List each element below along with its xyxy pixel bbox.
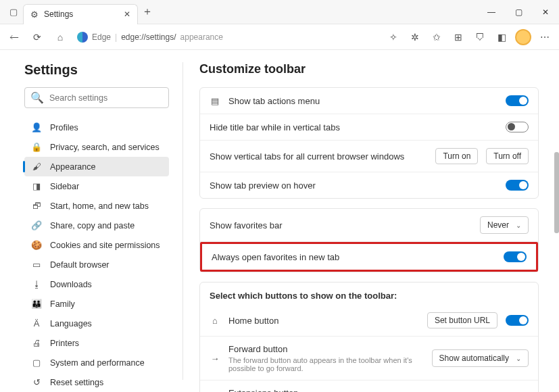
sidebar-item-label: Downloads bbox=[50, 280, 92, 289]
toggle-tab-preview[interactable] bbox=[506, 180, 529, 191]
window-controls: ― ▢ ✕ bbox=[478, 0, 559, 24]
address-path-sub: appearance bbox=[180, 32, 223, 42]
reset-icon: ↺ bbox=[31, 377, 42, 387]
sidebar-item-label: Profiles bbox=[50, 123, 78, 132]
tab-overview-icon[interactable]: ▢ bbox=[4, 3, 23, 22]
row-tab-preview: Show tab preview on hover bbox=[200, 172, 538, 198]
set-button-url-button[interactable]: Set button URL bbox=[427, 312, 497, 328]
select-value: Show automatically bbox=[439, 353, 509, 363]
title-bar: ▢ ⚙ Settings ✕ ＋ ― ▢ ✕ bbox=[0, 0, 559, 24]
search-icon: 🔍 bbox=[30, 91, 44, 104]
sidebar-item-system[interactable]: ▢System and performance bbox=[24, 353, 169, 372]
content-area: Settings 🔍 👤Profiles 🔒Privacy, search, a… bbox=[0, 50, 559, 392]
refresh-button[interactable]: ⟳ bbox=[27, 27, 47, 47]
address-path-main: edge://settings/ bbox=[121, 32, 176, 42]
search-input[interactable] bbox=[49, 93, 163, 103]
favorites-bar-select[interactable]: Never⌄ bbox=[480, 216, 529, 234]
collections-icon[interactable]: ⊞ bbox=[448, 27, 468, 47]
download-icon: ⭳ bbox=[31, 279, 42, 289]
toggle-favorites-new-tab[interactable] bbox=[504, 251, 527, 262]
tabs-icon: 🗗 bbox=[31, 201, 42, 211]
settings-sidebar: Settings 🔍 👤Profiles 🔒Privacy, search, a… bbox=[0, 50, 183, 392]
home-toolbar-button[interactable]: ⌂ bbox=[50, 27, 70, 47]
lock-icon: 🔒 bbox=[31, 142, 42, 152]
address-separator: | bbox=[115, 32, 117, 42]
sidebar-item-downloads[interactable]: ⭳Downloads bbox=[24, 274, 169, 294]
browser-icon: ▭ bbox=[31, 260, 42, 270]
row-vertical-tabs: Show vertical tabs for all current brows… bbox=[200, 141, 538, 172]
favorites-icon[interactable]: ✩ bbox=[427, 27, 447, 47]
row-label: Show vertical tabs for all current brows… bbox=[210, 151, 427, 162]
sidebar-item-family[interactable]: 👪Family bbox=[24, 294, 169, 314]
extensions-icon[interactable]: ✲ bbox=[405, 27, 425, 47]
sidebar-item-appearance[interactable]: 🖌Appearance bbox=[24, 157, 169, 176]
select-value: Never bbox=[487, 220, 509, 230]
settings-main: Customize toolbar ▤ Show tab actions men… bbox=[183, 50, 559, 392]
downloads-toolbar-icon[interactable]: ◧ bbox=[491, 27, 512, 47]
row-forward-button: → Forward button The forward button auto… bbox=[200, 337, 538, 381]
forward-select[interactable]: Show automatically⌄ bbox=[432, 349, 529, 367]
minimize-button[interactable]: ― bbox=[478, 0, 505, 24]
toolbar-buttons-card: Select which buttons to show on the tool… bbox=[199, 282, 539, 392]
profile-icon: 👤 bbox=[31, 122, 42, 132]
turn-off-button[interactable]: Turn off bbox=[486, 148, 529, 164]
profile-avatar[interactable] bbox=[513, 27, 533, 47]
maximize-button[interactable]: ▢ bbox=[505, 0, 532, 24]
row-extensions-button: ⊞ Extensions button The extensions butto… bbox=[200, 381, 538, 392]
sidebar-item-label: Reset settings bbox=[50, 378, 103, 387]
close-window-button[interactable]: ✕ bbox=[532, 0, 559, 24]
toggle-hide-title[interactable] bbox=[506, 122, 529, 132]
favorites-card: Show favorites bar Never⌄ Always open fa… bbox=[199, 208, 539, 272]
address-bar[interactable]: Edge | edge://settings/appearance bbox=[77, 32, 381, 43]
page-heading: Customize toolbar bbox=[199, 62, 539, 76]
sidebar-item-label: Family bbox=[50, 299, 75, 309]
sidebar-item-privacy[interactable]: 🔒Privacy, search, and services bbox=[24, 137, 169, 157]
system-icon: ▢ bbox=[31, 358, 42, 368]
row-label: Hide title bar while in vertical tabs bbox=[210, 122, 497, 132]
sidebar-item-label: Start, home, and new tabs bbox=[50, 201, 149, 211]
sidebar-title: Settings bbox=[24, 62, 169, 78]
tab-options-card: ▤ Show tab actions menu Hide title bar w… bbox=[199, 87, 539, 199]
sidebar-item-reset[interactable]: ↺Reset settings bbox=[24, 372, 169, 392]
sidebar-item-languages[interactable]: ÄLanguages bbox=[24, 314, 169, 333]
back-button[interactable]: 🡐 bbox=[4, 27, 24, 47]
sidebar-item-start[interactable]: 🗗Start, home, and new tabs bbox=[24, 196, 169, 216]
edge-logo-icon bbox=[77, 32, 88, 43]
row-label: Show tab actions menu bbox=[228, 96, 497, 106]
tab-strip: ▢ ⚙ Settings ✕ ＋ bbox=[0, 0, 157, 24]
row-home-button: ⌂ Home button Set button URL bbox=[200, 305, 538, 337]
home-icon: ⌂ bbox=[210, 316, 220, 326]
sidebar-item-label: Sidebar bbox=[50, 182, 79, 191]
address-product: Edge bbox=[92, 32, 111, 42]
sidebar-item-label: Privacy, search, and services bbox=[50, 143, 160, 152]
toggle-tab-actions[interactable] bbox=[506, 95, 529, 106]
row-label: Show tab preview on hover bbox=[210, 180, 497, 191]
sidebar-item-sidebar[interactable]: ◨Sidebar bbox=[24, 176, 169, 196]
new-tab-button[interactable]: ＋ bbox=[138, 5, 157, 19]
family-icon: 👪 bbox=[31, 299, 42, 309]
row-label: Show favorites bar bbox=[210, 220, 472, 230]
sidebar-item-default[interactable]: ▭Default browser bbox=[24, 255, 169, 274]
gear-icon: ⚙ bbox=[30, 9, 39, 20]
row-favorites-new-tab: Always open favorites in new tab bbox=[200, 242, 538, 272]
section-label: Select which buttons to show on the tool… bbox=[200, 283, 538, 305]
row-sublabel: The forward button auto appears in the t… bbox=[228, 356, 424, 372]
read-aloud-icon[interactable]: ✧ bbox=[383, 27, 404, 47]
scrollbar-thumb[interactable] bbox=[554, 152, 559, 233]
sidebar-item-cookies[interactable]: 🍪Cookies and site permissions bbox=[24, 235, 169, 255]
shield-icon[interactable]: ⛉ bbox=[470, 27, 490, 47]
active-tab[interactable]: ⚙ Settings ✕ bbox=[23, 4, 138, 24]
sidebar-item-label: System and performance bbox=[50, 358, 145, 368]
search-settings-box[interactable]: 🔍 bbox=[24, 87, 169, 108]
chevron-down-icon: ⌄ bbox=[516, 222, 521, 229]
sidebar-item-printers[interactable]: 🖨Printers bbox=[24, 333, 169, 353]
cookie-icon: 🍪 bbox=[31, 240, 42, 250]
sidebar-item-share[interactable]: 🔗Share, copy and paste bbox=[24, 216, 169, 235]
toggle-home-button[interactable] bbox=[506, 315, 529, 326]
row-label: Forward button bbox=[228, 344, 424, 354]
sidebar-item-profiles[interactable]: 👤Profiles bbox=[24, 118, 169, 137]
turn-on-button[interactable]: Turn on bbox=[435, 148, 478, 164]
more-menu-icon[interactable]: ⋯ bbox=[535, 27, 555, 47]
close-tab-icon[interactable]: ✕ bbox=[124, 9, 130, 19]
row-hide-title: Hide title bar while in vertical tabs bbox=[200, 114, 538, 141]
